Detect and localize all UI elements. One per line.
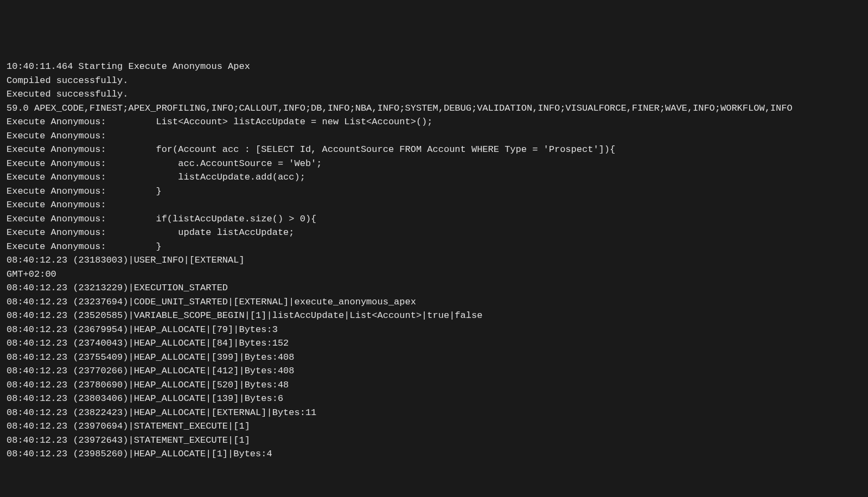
log-line: Compiled successfully. <box>7 74 861 88</box>
log-line: 08:40:12.23 (23183003)|USER_INFO|[EXTERN… <box>7 253 861 267</box>
log-line: 08:40:12.23 (23520585)|VARIABLE_SCOPE_BE… <box>7 309 861 323</box>
log-line: 08:40:12.23 (23985260)|HEAP_ALLOCATE|[1]… <box>7 447 861 461</box>
log-line: 08:40:12.23 (23679954)|HEAP_ALLOCATE|[79… <box>7 323 861 337</box>
log-line: Execute Anonymous: if(listAccUpdate.size… <box>7 212 861 226</box>
log-line: 08:40:12.23 (23213229)|EXECUTION_STARTED <box>7 281 861 295</box>
log-line: 59.0 APEX_CODE,FINEST;APEX_PROFILING,INF… <box>7 101 861 116</box>
log-line: 10:40:11.464 Starting Execute Anonymous … <box>7 60 861 74</box>
log-line: Execute Anonymous: acc.AccountSource = '… <box>7 157 861 171</box>
log-line: 08:40:12.23 (23803406)|HEAP_ALLOCATE|[13… <box>7 392 861 406</box>
log-line: 08:40:12.23 (23822423)|HEAP_ALLOCATE|[EX… <box>7 406 861 420</box>
log-line: Execute Anonymous: for(Account acc : [SE… <box>7 143 861 157</box>
log-line: Execute Anonymous: } <box>7 240 861 254</box>
log-line: Execute Anonymous: } <box>7 184 861 199</box>
log-line: 08:40:12.23 (23972643)|STATEMENT_EXECUTE… <box>7 434 861 448</box>
log-line: Execute Anonymous: <box>7 198 861 212</box>
log-line: 08:40:12.23 (23755409)|HEAP_ALLOCATE|[39… <box>7 351 861 365</box>
log-line: Execute Anonymous: listAccUpdate.add(acc… <box>7 170 861 184</box>
log-line: 08:40:12.23 (23237694)|CODE_UNIT_STARTED… <box>7 295 861 309</box>
log-line: Execute Anonymous: update listAccUpdate; <box>7 226 861 240</box>
terminal-output[interactable]: 10:40:11.464 Starting Execute Anonymous … <box>7 60 861 461</box>
log-line: 08:40:12.23 (23970694)|STATEMENT_EXECUTE… <box>7 419 861 434</box>
log-line: 08:40:12.23 (23770266)|HEAP_ALLOCATE|[41… <box>7 364 861 378</box>
log-line: 08:40:12.23 (23740043)|HEAP_ALLOCATE|[84… <box>7 336 861 351</box>
log-line: Execute Anonymous: <box>7 129 861 143</box>
log-line: Execute Anonymous: List<Account> listAcc… <box>7 115 861 129</box>
log-line: Executed successfully. <box>7 87 861 101</box>
log-line: GMT+02:00 <box>7 267 861 282</box>
log-line: 08:40:12.23 (23780690)|HEAP_ALLOCATE|[52… <box>7 378 861 392</box>
